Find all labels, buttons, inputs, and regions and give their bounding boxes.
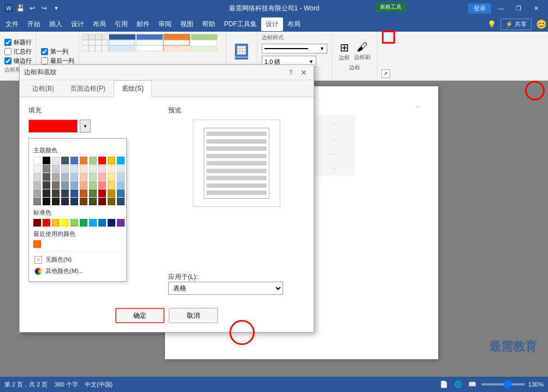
color-swatch-a9d18e[interactable]	[89, 157, 97, 164]
std-color-5[interactable]	[70, 219, 78, 227]
color-swatch-820000[interactable]	[98, 198, 106, 205]
apply-to-select[interactable]: 表格 单元格 段落	[168, 282, 283, 295]
minimize-button[interactable]: —	[493, 2, 509, 14]
color-swatch-f2f2f2[interactable]	[33, 165, 41, 173]
color-swatch-black[interactable]	[43, 157, 50, 164]
menu-table-design[interactable]: 设计	[261, 17, 283, 31]
save-button[interactable]: 💾	[15, 3, 25, 13]
table-style-item-2[interactable]	[109, 34, 135, 51]
color-swatch-595959[interactable]	[43, 173, 50, 181]
tab-borders[interactable]: 边框(B)	[24, 80, 62, 97]
emoji-icon[interactable]: 😊	[536, 19, 547, 29]
restore-button[interactable]: ❐	[511, 2, 526, 14]
color-swatch-8496b0[interactable]	[61, 181, 69, 189]
color-swatch-f8cbad[interactable]	[80, 173, 87, 181]
first-col-checkbox[interactable]	[41, 48, 48, 55]
color-swatch-d9e2f3[interactable]	[70, 165, 78, 173]
color-swatch-ffd966[interactable]	[108, 181, 115, 189]
color-swatch-201f1e[interactable]	[52, 198, 60, 205]
color-swatch-1f3864[interactable]	[70, 198, 78, 205]
std-color-4[interactable]	[61, 219, 69, 227]
menu-view[interactable]: 视图	[176, 17, 198, 31]
total-row-checkbox-label[interactable]: 汇总行	[4, 47, 32, 56]
color-swatch-ed7d31[interactable]	[80, 157, 87, 164]
banded-rows-checkbox-label[interactable]: 镶边行	[4, 57, 32, 65]
menu-file[interactable]: 文件	[1, 17, 23, 31]
color-swatch-1f2d3d[interactable]	[61, 198, 69, 205]
color-swatch-ffd7d7[interactable]	[98, 165, 106, 173]
color-swatch-d9d9d9[interactable]	[33, 173, 41, 181]
color-swatch-00b0f0[interactable]	[117, 157, 125, 164]
confirm-button[interactable]: 确定	[115, 308, 164, 323]
tab-page-border[interactable]: 页面边框(P)	[62, 80, 114, 97]
color-swatch-ff8585[interactable]	[98, 181, 106, 189]
close-button[interactable]: ✕	[528, 2, 544, 14]
color-swatch-d0cece[interactable]	[52, 165, 60, 173]
color-swatch-ffb3b3[interactable]	[98, 173, 106, 181]
tab-shading[interactable]: 底纹(S)	[114, 80, 152, 97]
color-swatch-2f5496[interactable]	[70, 189, 78, 197]
color-swatch-a9d18e-2[interactable]	[89, 181, 97, 189]
color-swatch-deebf7[interactable]	[117, 165, 125, 173]
web-view-button[interactable]: 🌐	[453, 379, 464, 390]
std-color-6[interactable]	[80, 219, 87, 227]
border-style-select[interactable]: ▼	[262, 44, 327, 54]
last-col-checkbox[interactable]	[41, 57, 48, 64]
menu-pdf[interactable]: PDF工具集	[220, 17, 261, 31]
std-color-3[interactable]	[52, 219, 60, 227]
color-swatch-e2efda[interactable]	[89, 165, 97, 173]
color-swatch-9dc3e6[interactable]	[117, 181, 125, 189]
color-swatch-0d0d0d[interactable]	[43, 198, 50, 205]
color-swatch-ff0000[interactable]	[98, 157, 106, 164]
menu-help[interactable]: 帮助	[198, 17, 220, 31]
color-swatch-323f4f[interactable]	[61, 189, 69, 197]
std-color-1[interactable]	[33, 219, 41, 227]
table-style-item-3[interactable]	[136, 34, 162, 51]
color-swatch-fce4d6[interactable]	[80, 165, 87, 173]
no-color-option[interactable]: ✕ 无颜色(N)	[33, 254, 122, 265]
border-button[interactable]: ⊞ 边框	[339, 41, 350, 62]
customize-button[interactable]: ▼	[51, 3, 61, 13]
std-color-10[interactable]	[117, 219, 125, 227]
cancel-button[interactable]: 取消	[169, 308, 218, 323]
color-swatch-bf8f00[interactable]	[108, 189, 115, 197]
total-row-checkbox[interactable]	[4, 48, 11, 55]
color-swatch-white[interactable]	[33, 157, 41, 164]
color-swatch-aeaaaa[interactable]	[52, 173, 60, 181]
table-style-item-4[interactable]	[163, 34, 190, 51]
menu-references[interactable]: 引用	[110, 17, 132, 31]
color-swatch-404040[interactable]	[43, 181, 50, 189]
share-button[interactable]: ⚡ 共享	[500, 19, 532, 30]
color-swatch-adb9ca[interactable]	[61, 173, 69, 181]
recent-color-1[interactable]	[33, 240, 41, 248]
color-swatch-bdd7ee[interactable]	[117, 173, 125, 181]
menu-layout[interactable]: 布局	[89, 17, 110, 31]
menu-review[interactable]: 审阅	[154, 17, 176, 31]
std-color-7[interactable]	[89, 219, 97, 227]
color-dropdown-button[interactable]: ▼	[80, 120, 91, 133]
color-swatch-e7e6e6[interactable]	[52, 157, 60, 164]
table-style-item-1[interactable]	[81, 34, 108, 51]
shading-button[interactable]	[231, 38, 252, 66]
color-swatch-c00000[interactable]	[98, 189, 106, 197]
color-swatch-757070[interactable]	[52, 181, 60, 189]
color-swatch-44546a[interactable]	[61, 157, 69, 164]
color-preview-box[interactable]	[28, 120, 78, 133]
menu-design[interactable]: 设计	[67, 17, 89, 31]
color-swatch-c6e0b4[interactable]	[89, 173, 97, 181]
redo-button[interactable]: ↪	[39, 3, 49, 13]
search-ideas-icon[interactable]: 💡	[487, 20, 496, 28]
color-swatch-808080[interactable]	[43, 165, 50, 173]
last-col-checkbox-label[interactable]: 最后一列	[41, 57, 74, 65]
header-row-checkbox-label[interactable]: 标题行	[4, 38, 32, 46]
color-swatch-ffc000[interactable]	[108, 157, 115, 164]
other-color-option[interactable]: 其他颜色(M)...	[33, 265, 122, 277]
undo-button[interactable]: ↩	[27, 3, 37, 13]
color-swatch-808080-2[interactable]	[33, 198, 41, 205]
color-swatch-b4c6e7[interactable]	[70, 173, 78, 181]
color-swatch-bfbfbf[interactable]	[33, 181, 41, 189]
std-color-8[interactable]	[98, 219, 106, 227]
menu-home[interactable]: 开始	[23, 17, 45, 31]
color-swatch-fff2cc[interactable]	[108, 165, 115, 173]
banded-rows-checkbox[interactable]	[4, 57, 11, 64]
